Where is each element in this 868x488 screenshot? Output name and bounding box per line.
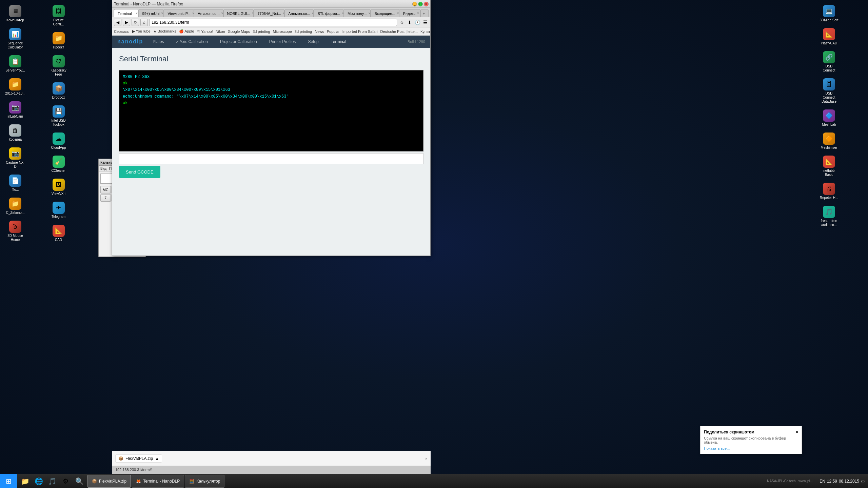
taskbar-explorer[interactable]: 📁 xyxy=(19,475,32,488)
desktop-icon-plastycad[interactable]: 📐 PlastyCAD xyxy=(817,26,841,47)
tab-amazon2[interactable]: Amazon.co... × xyxy=(284,9,314,17)
downloads-icon[interactable]: ⬇ xyxy=(406,19,413,26)
desktop-icon-dsdconnect[interactable]: 🔗 DSD Connect xyxy=(817,49,841,74)
bookmark-yahoo[interactable]: Y! Yahoo! xyxy=(197,29,213,34)
tab-stl[interactable]: STL форма... × xyxy=(314,9,344,17)
tab-new[interactable]: + xyxy=(420,9,429,17)
reload-button[interactable]: ↺ xyxy=(132,19,139,26)
tab-moi[interactable]: Мои полу... × xyxy=(344,9,371,17)
back-button[interactable]: ◀ xyxy=(114,19,121,26)
taskbar-app-calc[interactable]: 🧮 Калькулятор xyxy=(185,475,224,488)
desktop-icon-dropbox[interactable]: 📦 Dropbox xyxy=(47,81,71,101)
taskbar-app-flexvat[interactable]: 📦 FlexVatPLA.zip xyxy=(87,475,131,488)
nav-plates[interactable]: Plates xyxy=(150,38,166,45)
calc-menu-vid[interactable]: Вид xyxy=(100,167,106,170)
desktop-icon-3dmouse[interactable]: 🖱 3D Mouse Home xyxy=(3,219,27,244)
desktop-icon-cloudapp[interactable]: ☁ CloudApp xyxy=(47,131,71,151)
download-close[interactable]: × xyxy=(425,456,427,461)
tab-inbox[interactable]: Входящие... × xyxy=(371,9,399,17)
download-item-flexvat[interactable]: 📦 FlexVatPLA.zip ▲ xyxy=(115,454,162,463)
notification-show-all[interactable]: Показать все... xyxy=(704,446,798,450)
browser-close[interactable]: × xyxy=(424,2,429,6)
tab-amazon1[interactable]: Amazon.co... × xyxy=(194,9,223,17)
tray-show-desktop[interactable]: ▭ xyxy=(861,479,865,484)
bookmark-nikon[interactable]: Nikon xyxy=(216,29,225,34)
taskbar-media[interactable]: 🎵 xyxy=(46,475,59,488)
bookmark-imported[interactable]: Imported From Safari xyxy=(342,29,378,34)
desktop-icon-project[interactable]: 📁 Проект xyxy=(47,30,71,51)
desktop-icon-3dmiee[interactable]: 💻 3DMiee Soft xyxy=(817,3,841,24)
bookmark-popular[interactable]: Popular xyxy=(327,29,340,34)
desktop-icon-picture[interactable]: 🖼 Picture Contr... xyxy=(47,3,71,28)
desktop-icon-ccleaner[interactable]: 🧹 CCleaner xyxy=(47,154,71,175)
tab-nobel[interactable]: NOBEL GUI... × xyxy=(223,9,254,17)
desktop-icon-server[interactable]: 📋 ServerProv... xyxy=(3,54,27,74)
bookmark-icon[interactable]: ☆ xyxy=(398,19,405,26)
desktop-icon-intelssd[interactable]: 💾 Intel SSD Toolbox xyxy=(47,104,71,128)
tab-yandex[interactable]: Яндекс × xyxy=(399,9,420,17)
nav-setup[interactable]: Setup xyxy=(305,38,321,45)
send-gcode-button[interactable]: Send GCODE xyxy=(119,166,160,178)
notification-close[interactable]: × xyxy=(796,430,798,434)
desktop-icon-cad[interactable]: 📐 CAD xyxy=(47,223,71,244)
desktop-icon-kaspersky[interactable]: 🛡 Kaspersky Free xyxy=(47,54,71,78)
desktop-icon-netfabb[interactable]: 📐 netfabb Basic xyxy=(817,154,841,179)
desktop-icon-meshlab[interactable]: 🔷 MeshLab xyxy=(817,108,841,128)
bookmark-microscope[interactable]: Microscope xyxy=(273,29,292,34)
browser-minimize[interactable]: _ xyxy=(412,2,417,6)
gcode-input[interactable] xyxy=(119,153,423,164)
nav-projector[interactable]: Projector Calibration xyxy=(217,38,260,45)
desktop-icon-telegram[interactable]: ✈ Telegram xyxy=(47,200,71,221)
tab-inbox-close[interactable]: × xyxy=(397,12,399,15)
taskbar-search[interactable]: 🔍 xyxy=(73,475,86,488)
desktop-icon-dsddb[interactable]: 🗄 DSD Connect DataBase xyxy=(817,77,841,105)
desktop-icon-freac[interactable]: 🎵 freac - free audio co... xyxy=(817,204,841,229)
browser-maximize[interactable]: □ xyxy=(418,2,423,6)
tab-yandex-close[interactable]: × xyxy=(417,12,419,15)
desktop-icon-inlabcam[interactable]: 📷 inLabCam xyxy=(3,100,27,120)
desktop-icon-czirkon[interactable]: 📁 C_Zirkono... xyxy=(3,196,27,217)
bookmark-nexen[interactable]: Купить Ресину Nexen xyxy=(420,29,430,34)
tab-moi-close[interactable]: × xyxy=(368,12,370,15)
desktop-icon-seq-calc[interactable]: 📊 Sequence Calculator xyxy=(3,26,27,51)
taskbar-app-firefox[interactable]: 🦊 Terminal - NanoDLP xyxy=(132,475,184,488)
tab-terminal[interactable]: Terminal - × xyxy=(114,9,139,17)
desktop-icon-viewnxi[interactable]: 🖼 ViewNX-i xyxy=(47,177,71,198)
taskbar-settings[interactable]: ⚙ xyxy=(59,475,72,488)
forward-button[interactable]: ▶ xyxy=(123,19,130,26)
tab-amazon1-close[interactable]: × xyxy=(221,12,223,15)
tab-77064[interactable]: 77064A_Noi... × xyxy=(254,9,284,17)
start-button[interactable]: ⊞ xyxy=(0,474,17,488)
home-button[interactable]: ⌂ xyxy=(140,19,148,26)
tray-lang[interactable]: EN xyxy=(820,479,825,484)
desktop-icon-computer[interactable]: 🖥 Компьютер xyxy=(3,3,27,24)
address-bar[interactable] xyxy=(149,19,397,26)
bookmark-deutsche[interactable]: Deutsche Post | lette... xyxy=(380,29,418,34)
tab-terminal-close[interactable]: × xyxy=(136,12,138,15)
nav-terminal[interactable]: Terminal xyxy=(328,38,349,45)
taskbar-chrome[interactable]: 🌐 xyxy=(32,475,45,488)
calc-7[interactable]: 7 xyxy=(100,194,111,202)
bookmark-servisy[interactable]: Сервисы xyxy=(114,29,130,34)
bookmark-youtube[interactable]: ▶ YouTube xyxy=(132,29,151,34)
bookmark-apple[interactable]: 🍎 Apple xyxy=(179,29,194,34)
calc-mc[interactable]: MC xyxy=(100,186,111,194)
desktop-icon-po[interactable]: 📄 По... xyxy=(3,173,27,194)
nav-zaxis[interactable]: Z Axis Calibration xyxy=(174,38,211,45)
desktop-icon-repetier[interactable]: 🖨 Repeter-H... xyxy=(817,181,841,202)
tab-muni[interactable]: 99+) mUni × xyxy=(139,9,164,17)
bookmark-3dprinting2[interactable]: 3d printing xyxy=(295,29,312,34)
desktop-icon-capturenx[interactable]: 📷 Capture NX-D xyxy=(3,146,27,170)
desktop-icon-trash[interactable]: 🗑 Корзина xyxy=(3,123,27,143)
bookmark-bookmarks[interactable]: ★ Bookmarks xyxy=(153,29,176,34)
bookmark-googlemaps[interactable]: Google Maps xyxy=(228,29,250,34)
desktop-icon-meshmixer[interactable]: 🔶 Meshimser xyxy=(817,131,841,151)
bookmark-3dprinting1[interactable]: 3d printing xyxy=(253,29,270,34)
bookmark-news[interactable]: News xyxy=(315,29,324,34)
desktop-icon-2015-1[interactable]: 📁 2015-10-10... xyxy=(3,77,27,97)
tab-muni-close[interactable]: × xyxy=(161,12,163,15)
tab-viewsonic[interactable]: Viewsonic P... × xyxy=(164,9,194,17)
nav-printer-profiles[interactable]: Printer Profiles xyxy=(267,38,299,45)
history-icon[interactable]: 🕐 xyxy=(414,19,421,26)
settings-icon[interactable]: ☰ xyxy=(422,19,429,26)
